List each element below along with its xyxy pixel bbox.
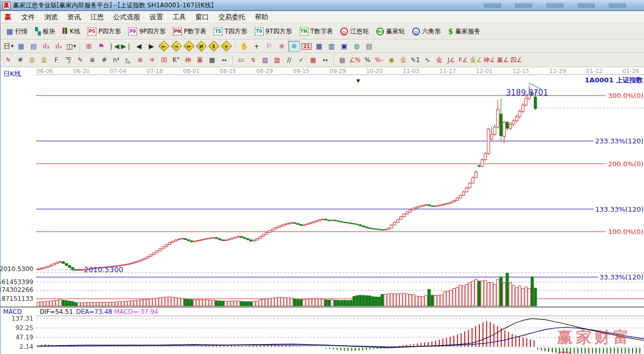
menu-item-5[interactable]: 公式选股 bbox=[108, 11, 145, 23]
sectors-button[interactable]: ▚板块 bbox=[31, 25, 59, 38]
parallel-lines-tool[interactable]: // bbox=[283, 55, 295, 66]
hash-2-tool[interactable]: # bbox=[98, 55, 110, 66]
winner-service-button[interactable]: $赢家服务 bbox=[444, 25, 484, 38]
menu-item-1[interactable]: 文件 bbox=[17, 11, 40, 23]
gold-circle-tool[interactable]: ◉ bbox=[386, 55, 397, 66]
protractor-tool[interactable]: ◺ bbox=[122, 55, 134, 66]
percent-tool[interactable]: % bbox=[362, 55, 373, 66]
hexagon-button[interactable]: ◎六角形 bbox=[408, 25, 444, 38]
gold-grid-2-tool[interactable]: 金 bbox=[39, 55, 50, 66]
p-square-button[interactable]: PSP四方形 bbox=[84, 25, 125, 38]
shen-angle-tool[interactable]: 神∠ bbox=[483, 55, 496, 66]
ying-angle-tool[interactable]: 赢∠ bbox=[497, 55, 510, 66]
fan-lines-tool[interactable]: ↯ bbox=[247, 55, 259, 66]
circle-cross-tool[interactable]: ⊕ bbox=[134, 55, 146, 66]
volume-bar bbox=[181, 298, 183, 306]
last-bar-button[interactable]: ▶❘ bbox=[120, 41, 132, 52]
rect-x1-tool[interactable]: ▨ bbox=[259, 55, 271, 66]
save-icon[interactable]: ▣ bbox=[338, 41, 350, 52]
check-tool[interactable]: ✓ bbox=[295, 55, 307, 66]
calendar-icon[interactable]: 21 bbox=[301, 41, 313, 52]
dense-grid-tool[interactable]: ▦ bbox=[307, 55, 319, 66]
color-chart-icon[interactable]: ⚑ bbox=[95, 41, 107, 52]
notes-icon[interactable]: ▥ bbox=[326, 41, 338, 52]
menu-item-4[interactable]: 江恩 bbox=[85, 11, 108, 23]
p-table-button[interactable]: PNP数字表 bbox=[169, 25, 210, 38]
f-angle-tool[interactable]: F∠ bbox=[457, 55, 469, 66]
reset-zoom-diamond[interactable]: + bbox=[220, 41, 232, 52]
expand-v-diamond[interactable]: ↕ bbox=[208, 41, 220, 52]
calculator-icon[interactable]: ▦ bbox=[313, 41, 325, 52]
menu-item-10[interactable]: 帮助 bbox=[250, 11, 273, 23]
grid-123-tool[interactable]: ▦ bbox=[206, 55, 218, 66]
menu-item-3[interactable]: 资讯 bbox=[63, 11, 85, 23]
net-grid-icon[interactable]: ▦ bbox=[15, 41, 27, 52]
gold-grid-1-tool[interactable]: 金 bbox=[27, 55, 38, 66]
menu-item-7[interactable]: 工具 bbox=[168, 11, 191, 23]
pen-tool[interactable]: ✎ bbox=[3, 55, 14, 66]
wheel-tool[interactable]: ✳ bbox=[146, 55, 158, 66]
kline-period-dropdown[interactable]: 日▼ bbox=[3, 41, 15, 52]
pen-2-tool[interactable]: ✎ bbox=[75, 55, 86, 66]
t-table-button[interactable]: TNT数字表 bbox=[296, 25, 337, 38]
menu-item-2[interactable]: 浏览 bbox=[40, 11, 63, 23]
shen-grid-tool[interactable]: 神 bbox=[182, 55, 194, 66]
hand-tool[interactable]: ✋ bbox=[238, 41, 250, 52]
percent-line-tool[interactable]: %– bbox=[374, 55, 385, 66]
stretch-h2-tool[interactable]: ↔ bbox=[319, 55, 331, 66]
pan-right-diamond[interactable]: → bbox=[170, 41, 182, 52]
clipboard-icon[interactable]: ▤ bbox=[28, 41, 40, 52]
menu-item-6[interactable]: 设置 bbox=[145, 11, 168, 23]
9p-square-button[interactable]: P99P四方形 bbox=[125, 25, 169, 38]
gold-line-tool[interactable]: 金 bbox=[398, 55, 409, 66]
gold-angle-tool[interactable]: 金∠ bbox=[469, 55, 482, 66]
volume-bar bbox=[437, 295, 440, 306]
menu-item-8[interactable]: 窗口 bbox=[191, 11, 214, 23]
analysis-tool[interactable]: ❊ bbox=[288, 41, 300, 52]
f-grid-tool[interactable]: F bbox=[51, 55, 62, 66]
percent-table-tool[interactable]: ▤ bbox=[337, 55, 348, 66]
flag-mark-tool[interactable]: ⚐ bbox=[263, 41, 275, 52]
quotes-button[interactable]: ▦行情 bbox=[3, 25, 31, 38]
si-angle-tool[interactable]: 四∠ bbox=[510, 55, 523, 66]
gann-wheel-button[interactable]: ◎江恩轮 bbox=[337, 25, 373, 38]
j-angle-tool[interactable]: J∠ bbox=[445, 55, 457, 66]
next-bar-button[interactable]: ▶ bbox=[145, 41, 157, 52]
kline-button[interactable]: K线 bbox=[59, 25, 84, 38]
pen-1-tool[interactable]: ✎1 bbox=[410, 55, 421, 66]
first-bar-button[interactable]: ❘◀ bbox=[108, 41, 120, 52]
angle-percent-tool[interactable]: ∠% bbox=[349, 55, 361, 66]
chart-3-icon[interactable]: ıl₃ bbox=[40, 41, 52, 52]
9t-square-button[interactable]: T99T四方形 bbox=[251, 25, 296, 38]
macd-indicator-name[interactable]: MACD bbox=[3, 308, 22, 315]
candle-type-dropdown[interactable]: ◫▼ bbox=[65, 41, 77, 52]
ying-grid-tool[interactable]: 赢 bbox=[194, 55, 206, 66]
compass-tool[interactable]: ⊕ bbox=[86, 55, 98, 66]
winner-wheel-button[interactable]: Big赢家轮 bbox=[373, 25, 408, 38]
chart-area[interactable]: 06-0606-2007-0407-1808-0108-1508-2909-15… bbox=[1, 67, 644, 353]
hash-grid-tool[interactable]: # bbox=[15, 55, 26, 66]
box-spiral-tool[interactable]: 回 bbox=[158, 55, 170, 66]
gann-grid-icon[interactable]: ⊞ bbox=[83, 41, 95, 52]
hook-tool[interactable]: 丂 bbox=[63, 55, 74, 66]
web-icon[interactable]: ◍ bbox=[351, 41, 363, 52]
rect-tool[interactable]: ▭ bbox=[236, 55, 247, 66]
t-square-button[interactable]: TST四方形 bbox=[210, 25, 251, 38]
crosshair-tool[interactable]: + bbox=[251, 41, 263, 52]
n2-tool[interactable]: n² bbox=[110, 55, 122, 66]
stretch-h-tool[interactable]: ↔ bbox=[218, 55, 230, 66]
k-quote-tool[interactable]: K" bbox=[170, 55, 182, 66]
chart-9-icon[interactable]: ıl₉ bbox=[53, 41, 65, 52]
rect-x2-tool[interactable]: ▧ bbox=[271, 55, 283, 66]
title-bar[interactable]: 赢 赢家江恩专业版[赢家内部服务平台] - [上证指数 SH1A0001-167… bbox=[1, 0, 644, 11]
prev-bar-button[interactable]: ◀ bbox=[133, 41, 145, 52]
compress-h-diamond[interactable]: ⇄ bbox=[195, 41, 207, 52]
pan-left-diamond[interactable]: ← bbox=[158, 41, 170, 52]
print-icon[interactable]: ▤ bbox=[363, 41, 375, 52]
wave-tool[interactable]: ∿ bbox=[422, 55, 433, 66]
palette-tool[interactable]: ❀ bbox=[276, 41, 288, 52]
volume-bar bbox=[106, 302, 108, 306]
expand-h-diamond[interactable]: ↔ bbox=[183, 41, 195, 52]
gold-red-tool[interactable]: 金 bbox=[434, 55, 445, 66]
menu-item-9[interactable]: 交易委托 bbox=[214, 11, 250, 23]
